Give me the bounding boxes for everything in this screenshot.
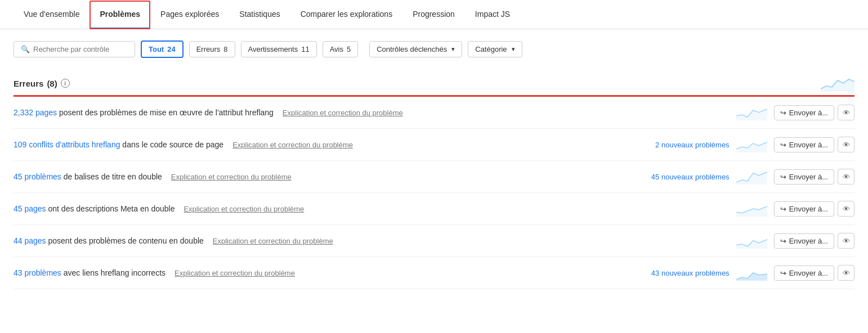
- filter-bar: 🔍 Tout 24 Erreurs 8 Avertissements 11 Av…: [14, 40, 854, 58]
- filter-controles[interactable]: Contrôles déclenchés ▾: [369, 41, 462, 57]
- issue-text: ont des descriptions Meta en double: [46, 204, 175, 213]
- send-label: Envoyer à...: [789, 109, 828, 117]
- issue-main: 109 conflits d'attributs hreflang dans l…: [14, 140, 633, 149]
- nav-item-problemes[interactable]: Problèmes: [90, 1, 150, 29]
- avis-label: Avis: [330, 45, 343, 53]
- top-navigation: Vue d'ensemble Problèmes Pages explorées…: [0, 0, 868, 29]
- send-label: Envoyer à...: [789, 141, 828, 149]
- nav-item-pages-explorees[interactable]: Pages explorées: [150, 1, 229, 29]
- filter-categorie[interactable]: Catégorie ▾: [468, 41, 522, 57]
- send-icon: ↪: [780, 109, 786, 117]
- eye-button[interactable]: 👁: [838, 105, 854, 120]
- new-problems: 43 nouveaux problèmes: [639, 269, 730, 277]
- issue-actions: ↪ Envoyer à... 👁: [774, 169, 854, 184]
- eye-button[interactable]: 👁: [838, 265, 854, 281]
- issue-main: 45 pages ont des descriptions Meta en do…: [14, 204, 633, 213]
- send-button[interactable]: ↪ Envoyer à...: [774, 137, 834, 152]
- issue-actions: ↪ Envoyer à... 👁: [774, 265, 854, 281]
- issue-text: posent des problèmes de contenu en doubl…: [46, 236, 204, 245]
- explain-link[interactable]: Explication et correction du problème: [175, 269, 295, 277]
- issue-link[interactable]: 44 pages: [14, 236, 46, 245]
- eye-icon: 👁: [843, 173, 850, 181]
- eye-button[interactable]: 👁: [838, 169, 854, 184]
- filter-erreurs[interactable]: Erreurs 8: [189, 41, 235, 57]
- issue-link[interactable]: 2,332 pages: [14, 108, 57, 117]
- eye-button[interactable]: 👁: [838, 137, 854, 152]
- header-mini-chart: [821, 75, 854, 92]
- eye-button[interactable]: 👁: [838, 233, 854, 249]
- issue-text: dans le code source de page: [120, 140, 223, 149]
- tout-count: 24: [167, 45, 175, 53]
- avertissements-count: 11: [301, 45, 309, 53]
- avertissements-label: Avertissements: [248, 45, 298, 53]
- issue-actions: ↪ Envoyer à... 👁: [774, 201, 854, 217]
- controles-label: Contrôles déclenchés: [377, 45, 447, 53]
- section-count: (8): [47, 79, 57, 88]
- issue-link[interactable]: 109 conflits d'attributs hreflang: [14, 140, 120, 149]
- issue-main: 45 problèmes de balises de titre en doub…: [14, 172, 633, 181]
- eye-icon: 👁: [843, 141, 850, 149]
- send-button[interactable]: ↪ Envoyer à...: [774, 105, 834, 120]
- explain-link[interactable]: Explication et correction du problème: [184, 205, 304, 213]
- send-label: Envoyer à...: [789, 173, 828, 181]
- chevron-down-icon: ▾: [451, 46, 455, 53]
- eye-icon: 👁: [843, 205, 850, 213]
- issue-main: 2,332 pages posent des problèmes de mise…: [14, 108, 633, 117]
- filter-avis[interactable]: Avis 5: [323, 41, 359, 57]
- nav-item-impact-js[interactable]: Impact JS: [465, 1, 520, 29]
- section-title: Erreurs (8) i: [14, 79, 70, 88]
- issue-link[interactable]: 45 problèmes: [14, 172, 61, 181]
- section-chart: [821, 75, 854, 92]
- search-box[interactable]: 🔍: [14, 41, 135, 57]
- send-icon: ↪: [780, 237, 786, 245]
- explain-link[interactable]: Explication et correction du problème: [232, 141, 353, 149]
- send-button[interactable]: ↪ Envoyer à...: [774, 169, 834, 184]
- issue-link[interactable]: 43 problèmes: [14, 268, 61, 277]
- eye-icon: 👁: [843, 237, 850, 245]
- erreurs-label: Erreurs: [196, 45, 221, 53]
- issue-mini-chart: [736, 169, 767, 184]
- nav-item-progression[interactable]: Progression: [402, 1, 465, 29]
- categorie-label: Catégorie: [475, 45, 507, 53]
- issue-link[interactable]: 45 pages: [14, 204, 46, 213]
- search-input[interactable]: [33, 45, 128, 53]
- explain-link[interactable]: Explication et correction du problème: [171, 173, 292, 181]
- issue-mini-chart: [736, 137, 767, 152]
- issue-mini-chart: [736, 233, 767, 249]
- issue-actions: ↪ Envoyer à... 👁: [774, 137, 854, 152]
- explain-link[interactable]: Explication et correction du problème: [213, 237, 333, 245]
- filter-tout[interactable]: Tout 24: [141, 40, 184, 58]
- avis-count: 5: [347, 45, 351, 53]
- send-button[interactable]: ↪ Envoyer à...: [774, 266, 834, 281]
- nav-item-statistiques[interactable]: Statistiques: [229, 1, 290, 29]
- issue-row: 2,332 pages posent des problèmes de mise…: [14, 97, 854, 129]
- send-icon: ↪: [780, 205, 786, 213]
- tout-label: Tout: [149, 45, 164, 53]
- issue-actions: ↪ Envoyer à... 👁: [774, 105, 854, 120]
- nav-item-vue-ensemble[interactable]: Vue d'ensemble: [14, 1, 90, 29]
- send-icon: ↪: [780, 173, 786, 181]
- issue-text: avec liens hreflang incorrects: [61, 268, 165, 277]
- nav-item-comparer-explorations[interactable]: Comparer les explorations: [290, 1, 402, 29]
- issue-mini-chart: [736, 201, 767, 217]
- issue-text: de balises de titre en double: [61, 172, 162, 181]
- section-title-text: Erreurs: [14, 79, 43, 88]
- issue-text: posent des problèmes de mise en œuvre de…: [57, 108, 274, 117]
- send-button[interactable]: ↪ Envoyer à...: [774, 233, 834, 249]
- send-button[interactable]: ↪ Envoyer à...: [774, 201, 834, 217]
- issue-row: 109 conflits d'attributs hreflang dans l…: [14, 129, 854, 161]
- send-label: Envoyer à...: [789, 237, 828, 245]
- issue-main: 43 problèmes avec liens hreflang incorre…: [14, 268, 633, 277]
- issue-actions: ↪ Envoyer à... 👁: [774, 233, 854, 249]
- issue-mini-chart: [736, 105, 767, 120]
- info-icon[interactable]: i: [61, 79, 70, 88]
- svg-marker-0: [821, 79, 854, 92]
- issue-mini-chart: [736, 265, 767, 281]
- new-problems: 45 nouveaux problèmes: [639, 173, 730, 181]
- eye-button[interactable]: 👁: [838, 201, 854, 217]
- chevron-down-icon-2: ▾: [512, 46, 515, 53]
- explain-link[interactable]: Explication et correction du problème: [283, 109, 403, 117]
- filter-avertissements[interactable]: Avertissements 11: [241, 41, 317, 57]
- issues-list: 2,332 pages posent des problèmes de mise…: [14, 97, 854, 289]
- issue-row: 45 problèmes de balises de titre en doub…: [14, 161, 854, 193]
